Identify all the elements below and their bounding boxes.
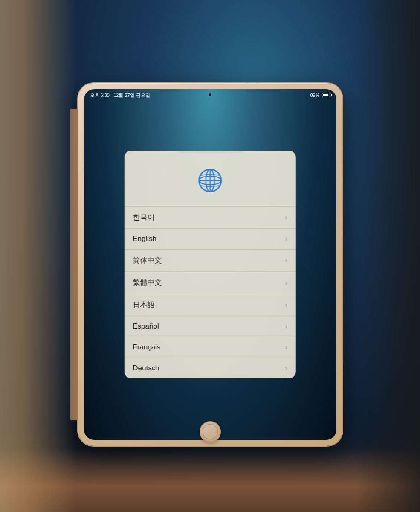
chevron-simplified-chinese: › <box>285 257 287 265</box>
language-label-english: English <box>133 235 156 243</box>
globe-icon <box>197 168 223 193</box>
camera <box>209 93 211 96</box>
chevron-traditional-chinese: › <box>285 279 287 287</box>
language-item-korean[interactable]: 한국어 › <box>124 206 296 228</box>
language-label-german: Deutsch <box>133 364 159 372</box>
language-label-french: Français <box>133 343 160 352</box>
ipad-screen: 오후 6:30 12월 27일 금요일 89% <box>84 89 336 440</box>
language-item-french[interactable]: Français › <box>124 337 296 358</box>
home-button[interactable] <box>200 421 221 442</box>
battery-fill <box>323 94 329 96</box>
language-label-korean: 한국어 <box>133 212 154 222</box>
chevron-korean: › <box>285 214 287 221</box>
language-item-japanese[interactable]: 日本語 › <box>124 294 296 316</box>
globe-container <box>124 151 296 206</box>
language-panel: 한국어 › English › 简体中文 › 繁體中文 › <box>124 151 296 378</box>
language-label-spanish: Español <box>133 322 159 331</box>
chevron-japanese: › <box>285 301 287 309</box>
language-label-traditional-chinese: 繁體中文 <box>133 278 162 288</box>
language-item-english[interactable]: English › <box>124 228 296 249</box>
language-item-simplified-chinese[interactable]: 简体中文 › <box>124 249 296 271</box>
right-bg <box>356 0 420 512</box>
chevron-spanish: › <box>285 323 287 330</box>
battery-icon <box>322 93 330 97</box>
battery-percent: 89% <box>310 93 319 98</box>
status-right: 89% <box>310 93 330 98</box>
ipad-body: 오후 6:30 12월 27일 금요일 89% <box>78 83 342 446</box>
case-edge <box>70 109 78 420</box>
chevron-french: › <box>285 343 287 351</box>
language-label-japanese: 日本語 <box>133 300 154 310</box>
language-list: 한국어 › English › 简体中文 › 繁體中文 › <box>124 206 296 378</box>
case-left-bg <box>0 0 77 512</box>
status-time: 오후 6:30 12월 27일 금요일 <box>90 92 150 99</box>
home-button-inner <box>203 424 218 439</box>
language-item-traditional-chinese[interactable]: 繁體中文 › <box>124 271 296 294</box>
chevron-german: › <box>285 364 287 372</box>
chevron-english: › <box>285 235 287 243</box>
ipad-wrapper: 오후 6:30 12월 27일 금요일 89% <box>78 83 342 446</box>
language-item-spanish[interactable]: Español › <box>124 316 296 337</box>
language-label-simplified-chinese: 简体中文 <box>133 256 162 265</box>
language-item-german[interactable]: Deutsch › <box>124 358 296 378</box>
